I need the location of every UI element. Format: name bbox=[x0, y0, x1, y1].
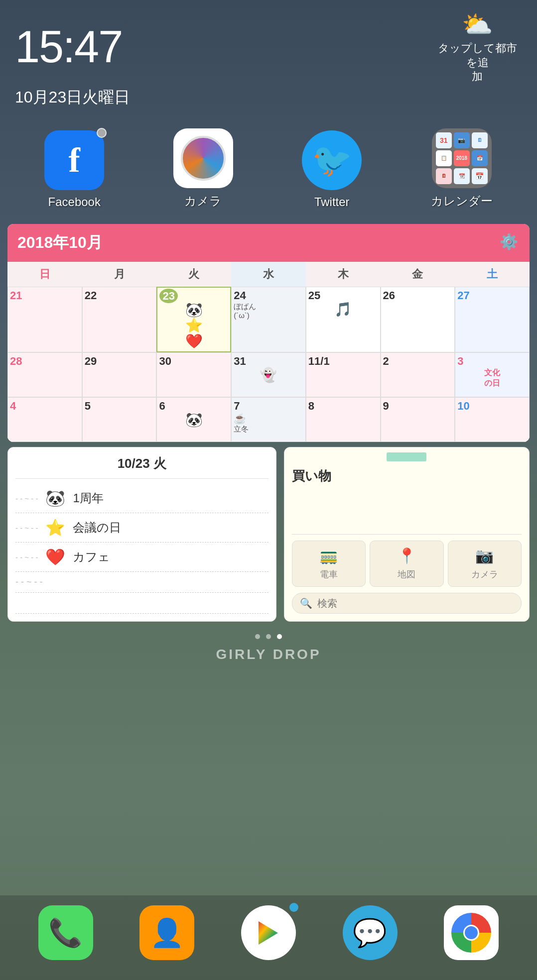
bottom-widgets: 10/23 火 - - ~ - - 🐼 1周年 - - ~ - - ⭐ 会議の日… bbox=[7, 447, 530, 622]
facebook-icon[interactable]: f bbox=[44, 130, 104, 190]
notes-title: 買い物 bbox=[292, 467, 522, 485]
cal-cell-8[interactable]: 8 bbox=[306, 397, 381, 442]
map-label: 地図 bbox=[398, 568, 415, 580]
cal-cell-25[interactable]: 25 🎵 bbox=[306, 287, 381, 353]
notes-tape bbox=[387, 452, 426, 461]
cal-cell-30[interactable]: 30 bbox=[156, 352, 231, 397]
quick-btn-train[interactable]: 🚃 電車 bbox=[292, 541, 366, 587]
notes-content-area[interactable] bbox=[292, 491, 522, 535]
schedule-text-0: 1周年 bbox=[73, 490, 103, 506]
phone-icon: 📞 bbox=[48, 917, 83, 949]
notes-widget[interactable]: 買い物 🚃 電車 📍 地図 📷 カメラ 🔍 bbox=[284, 447, 530, 622]
calendar-grid: 日 月 火 水 木 金 土 21 22 23 🐼⭐ ❤️ 24 ぼばん(´ω`)… bbox=[7, 262, 530, 442]
dock: 📞 👤 💬 bbox=[0, 895, 537, 980]
calendar-folder-icon[interactable]: 31 📷 🗓 📋 2018 📅 🗓 📆 📅 bbox=[432, 128, 492, 188]
messages-icon: 💬 bbox=[353, 917, 387, 949]
cal-cell-2[interactable]: 2 bbox=[381, 352, 455, 397]
cal-header-sun: 日 bbox=[7, 262, 82, 287]
cal-header-sat: 土 bbox=[455, 262, 530, 287]
schedule-text-1: 会議の日 bbox=[73, 520, 121, 536]
dock-play-store[interactable] bbox=[241, 905, 296, 960]
cal-header-tue: 火 bbox=[156, 262, 231, 287]
facebook-f-letter: f bbox=[69, 140, 80, 180]
cal-cell-28[interactable]: 28 bbox=[7, 352, 82, 397]
play-store-icon bbox=[255, 919, 282, 947]
cal-header-wed: 水 bbox=[231, 262, 306, 287]
schedule-date: 10/23 火 bbox=[15, 455, 268, 479]
camera-label: カメラ bbox=[184, 193, 222, 209]
schedule-item-0[interactable]: - - ~ - - 🐼 1周年 bbox=[15, 484, 268, 513]
camera-lens bbox=[181, 136, 226, 181]
search-bar[interactable]: 🔍 bbox=[292, 593, 522, 614]
cal-cell-29[interactable]: 29 bbox=[82, 352, 157, 397]
quick-btn-camera[interactable]: 📷 カメラ bbox=[448, 541, 522, 587]
twitter-bird-icon: 🐦 bbox=[312, 141, 352, 179]
cal-cell-22[interactable]: 22 bbox=[82, 287, 157, 353]
schedule-item-2[interactable]: - - ~ - - ❤️ カフェ bbox=[15, 543, 268, 572]
cal-cell-24[interactable]: 24 ぼばん(´ω`) bbox=[231, 287, 306, 353]
contacts-icon: 👤 bbox=[150, 917, 184, 949]
twitter-icon[interactable]: 🐦 bbox=[302, 130, 362, 190]
cal-cell-nov1[interactable]: 11/1 bbox=[306, 352, 381, 397]
cal-cell-4[interactable]: 4 bbox=[7, 397, 82, 442]
cal-cell-23[interactable]: 23 🐼⭐ ❤️ bbox=[156, 287, 231, 353]
calendar-folder-grid: 31 📷 🗓 📋 2018 📅 🗓 📆 📅 bbox=[432, 128, 492, 188]
camera-quick-label: カメラ bbox=[471, 568, 498, 580]
camera-quick-icon: 📷 bbox=[475, 547, 494, 564]
cal-cell-6[interactable]: 6 🐼 bbox=[156, 397, 231, 442]
twitter-label: Twitter bbox=[314, 195, 350, 209]
page-dot-2[interactable] bbox=[277, 634, 282, 639]
camera-icon[interactable] bbox=[173, 128, 233, 188]
schedule-widget[interactable]: 10/23 火 - - ~ - - 🐼 1周年 - - ~ - - ⭐ 会議の日… bbox=[7, 447, 276, 622]
weather-area[interactable]: ⛅ タップして都市を追 加 bbox=[432, 10, 522, 84]
tap-city-label[interactable]: タップして都市を追 加 bbox=[432, 41, 522, 84]
schedule-text-2: カフェ bbox=[73, 549, 110, 565]
cal-cell-5[interactable]: 5 bbox=[82, 397, 157, 442]
play-notification-dot bbox=[289, 903, 298, 912]
map-icon: 📍 bbox=[398, 547, 416, 564]
schedule-empty-slot: - - ~ - - bbox=[15, 572, 268, 593]
cal-cell-31[interactable]: 31 👻 bbox=[231, 352, 306, 397]
calendar-folder-label: カレンダー bbox=[431, 193, 493, 209]
calendar-settings-icon[interactable]: ⚙️ bbox=[500, 233, 520, 253]
date-display: 10月23日火曜日 bbox=[15, 87, 522, 109]
calendar-folder-app[interactable]: 31 📷 🗓 📋 2018 📅 🗓 📆 📅 カレンダー bbox=[431, 128, 493, 209]
cal-cell-26[interactable]: 26 bbox=[381, 287, 455, 353]
cal-cell-10[interactable]: 10 bbox=[455, 397, 530, 442]
search-input[interactable] bbox=[317, 598, 514, 609]
watermark: GIRLY DROP bbox=[0, 647, 537, 662]
chrome-icon bbox=[451, 913, 491, 953]
calendar-widget[interactable]: 2018年10月 ⚙️ 日 月 火 水 木 金 土 21 22 23 🐼⭐ ❤️… bbox=[7, 224, 530, 442]
clock-display: 15:47 bbox=[15, 21, 122, 73]
chrome-center bbox=[463, 925, 479, 941]
train-icon: 🚃 bbox=[319, 547, 338, 564]
cal-header-thu: 木 bbox=[306, 262, 381, 287]
calendar-year-month: 2018年10月 bbox=[17, 232, 103, 254]
dock-contacts[interactable]: 👤 bbox=[139, 905, 194, 960]
facebook-app[interactable]: f Facebook bbox=[44, 130, 104, 209]
page-dot-1[interactable] bbox=[266, 634, 271, 639]
camera-app[interactable]: カメラ bbox=[173, 128, 233, 209]
page-dots bbox=[0, 627, 537, 647]
quick-btn-map[interactable]: 📍 地図 bbox=[370, 541, 443, 587]
cal-cell-7[interactable]: 7 ☕ 立冬 bbox=[231, 397, 306, 442]
dock-chrome[interactable] bbox=[444, 905, 499, 960]
page-dot-0[interactable] bbox=[255, 634, 260, 639]
calendar-header: 2018年10月 ⚙️ bbox=[7, 224, 530, 262]
cal-cell-9[interactable]: 9 bbox=[381, 397, 455, 442]
twitter-app[interactable]: 🐦 Twitter bbox=[302, 130, 362, 209]
dock-phone[interactable]: 📞 bbox=[38, 905, 93, 960]
status-bar: 15:47 ⛅ タップして都市を追 加 10月23日火曜日 bbox=[0, 0, 537, 113]
schedule-item-1[interactable]: - - ~ - - ⭐ 会議の日 bbox=[15, 513, 268, 543]
cal-header-mon: 月 bbox=[82, 262, 157, 287]
cal-cell-27[interactable]: 27 bbox=[455, 287, 530, 353]
weather-icon: ⛅ bbox=[462, 10, 493, 39]
svg-marker-0 bbox=[259, 921, 278, 945]
cal-cell-21[interactable]: 21 bbox=[7, 287, 82, 353]
schedule-empty-slot-2 bbox=[15, 593, 268, 614]
train-label: 電車 bbox=[320, 568, 338, 580]
facebook-label: Facebook bbox=[48, 195, 101, 209]
dock-messages[interactable]: 💬 bbox=[343, 905, 398, 960]
cal-cell-3[interactable]: 3 文化の日 bbox=[455, 352, 530, 397]
quick-actions: 🚃 電車 📍 地図 📷 カメラ bbox=[292, 541, 522, 587]
